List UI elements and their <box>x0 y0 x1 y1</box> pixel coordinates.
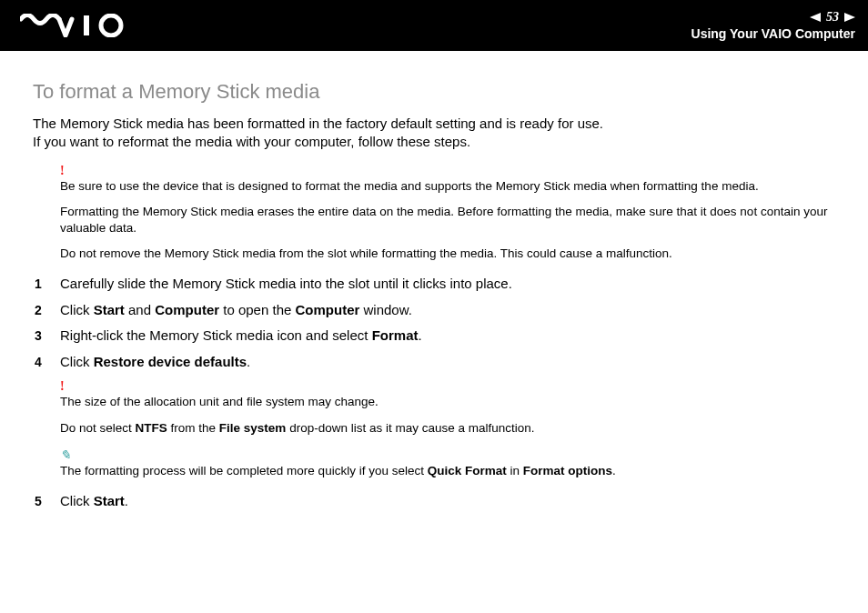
step-number: 1 <box>33 272 60 296</box>
page-navigator: 53 <box>691 10 855 25</box>
page-header: 53 Using Your VAIO Computer <box>0 0 868 51</box>
pencil-icon: ✎ <box>60 449 835 462</box>
svg-rect-0 <box>84 15 89 35</box>
section-title: Using Your VAIO Computer <box>691 26 855 41</box>
prev-page-arrow-icon[interactable] <box>810 11 821 25</box>
step-row: 2 Click Start and Computer to open the C… <box>33 297 835 324</box>
step-row: 3 Right-click the Memory Stick media ico… <box>33 323 835 349</box>
intro-line: If you want to reformat the media with y… <box>33 133 835 151</box>
intro-text: The Memory Stick media has been formatte… <box>33 115 835 152</box>
warning-text: The size of the allocation unit and file… <box>60 394 835 410</box>
step-text: Carefully slide the Memory Stick media i… <box>60 271 512 297</box>
warning-text: Formatting the Memory Stick media erases… <box>60 204 835 236</box>
step-row: 4 Click Restore device defaults. <box>33 349 835 376</box>
header-right: 53 Using Your VAIO Computer <box>691 10 855 41</box>
step-text: Click Start. <box>60 488 128 515</box>
page-content: To format a Memory Stick media The Memor… <box>0 51 868 515</box>
svg-marker-2 <box>810 13 821 22</box>
warning-text: Do not remove the Memory Stick media fro… <box>60 246 835 262</box>
step-text: Click Start and Computer to open the Com… <box>60 297 412 324</box>
steps-list-continued: 5 Click Start. <box>33 488 835 515</box>
next-page-arrow-icon[interactable] <box>844 11 855 25</box>
tip-block: ✎ The formatting process will be complet… <box>60 449 835 479</box>
step-number: 4 <box>33 350 60 375</box>
warning-text: Be sure to use the device that is design… <box>60 178 835 195</box>
steps-list: 1 Carefully slide the Memory Stick media… <box>33 271 835 375</box>
page-title: To format a Memory Stick media <box>33 80 835 104</box>
vaio-logo <box>20 14 138 37</box>
step-text: Click Restore device defaults. <box>60 349 250 376</box>
tip-text: The formatting process will be completed… <box>60 463 835 479</box>
step-number: 3 <box>33 324 60 348</box>
alert-icon: ! <box>60 165 835 177</box>
step-number: 2 <box>33 298 60 323</box>
step-row: 1 Carefully slide the Memory Stick media… <box>33 271 835 297</box>
step-row: 5 Click Start. <box>33 488 835 515</box>
svg-marker-3 <box>844 13 855 22</box>
step-text: Right-click the Memory Stick media icon … <box>60 323 422 349</box>
svg-point-1 <box>101 15 121 35</box>
page-number: 53 <box>826 10 839 25</box>
warning-text: Do not select NTFS from the File system … <box>60 420 835 437</box>
warning-block: ! The size of the allocation unit and fi… <box>60 380 835 436</box>
warning-block: ! Be sure to use the device that is desi… <box>60 165 835 263</box>
intro-line: The Memory Stick media has been formatte… <box>33 115 835 133</box>
alert-icon: ! <box>60 380 835 393</box>
step-number: 5 <box>33 489 60 514</box>
